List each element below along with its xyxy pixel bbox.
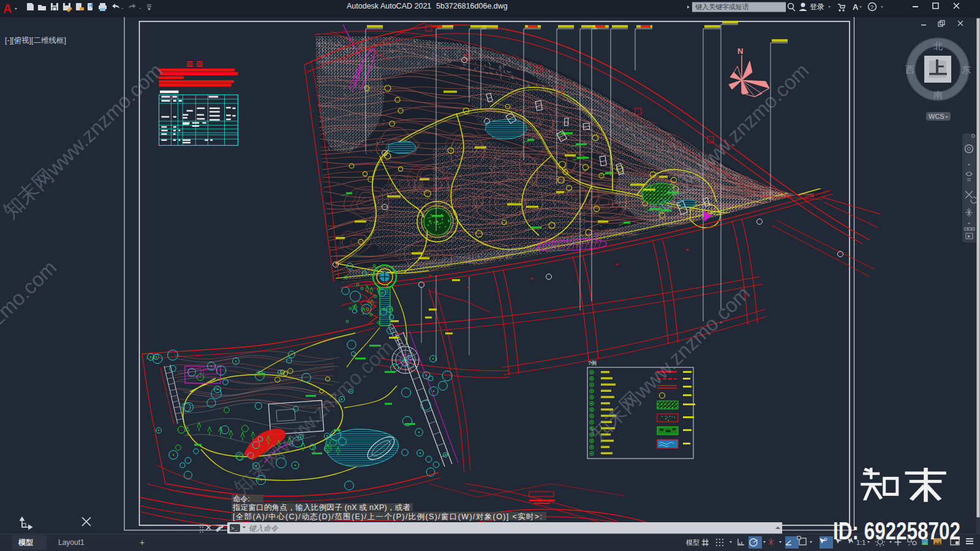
svg-text:西: 西: [905, 64, 914, 75]
svg-text:Autodesk AutoCAD 2021: Autodesk AutoCAD 2021: [347, 2, 431, 10]
svg-text:?: ?: [870, 4, 873, 10]
svg-text:A: A: [3, 2, 12, 15]
svg-text:东: 东: [962, 64, 971, 75]
svg-text:A: A: [853, 2, 859, 12]
svg-text:指定窗口的角点，输入比例因子 (nX 或 nXP)，或者: 指定窗口的角点，输入比例因子 (nX 或 nXP)，或者: [232, 503, 411, 512]
svg-text:+: +: [140, 538, 145, 547]
svg-text:命令:: 命令:: [233, 495, 250, 503]
svg-text:[全部(A)/中心(C)/动态(D)/范围(E)/上一个(P: [全部(A)/中心(C)/动态(D)/范围(E)/上一个(P)/比例(S)/窗口…: [233, 512, 542, 521]
svg-text:N: N: [737, 47, 743, 56]
svg-text:登录: 登录: [810, 2, 824, 11]
svg-text:[-][俯视][二维线框]: [-][俯视][二维线框]: [5, 36, 66, 45]
svg-text:北: 北: [933, 40, 943, 51]
svg-text:键入关键字或短语: 键入关键字或短语: [695, 3, 749, 10]
svg-text:5b3726816d06e.dwg: 5b3726816d06e.dwg: [436, 2, 508, 10]
svg-text:WCS: WCS: [929, 113, 944, 120]
svg-text:键入命令: 键入命令: [249, 524, 279, 533]
svg-text:?例: ?例: [588, 360, 597, 366]
svg-text:南: 南: [933, 89, 943, 100]
svg-text:模型: 模型: [686, 539, 699, 546]
svg-text:模型: 模型: [18, 538, 33, 547]
svg-text:>_: >_: [231, 526, 238, 532]
svg-text:ID: 692258702: ID: 692258702: [833, 517, 960, 545]
svg-text:Layout1: Layout1: [58, 538, 85, 547]
